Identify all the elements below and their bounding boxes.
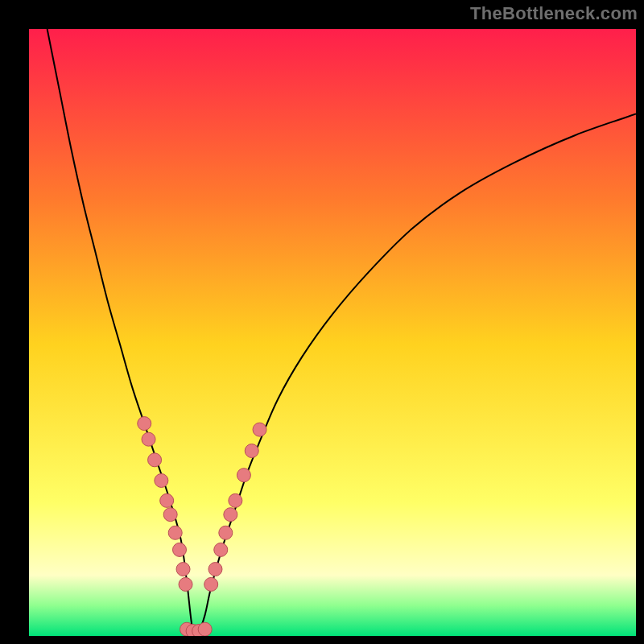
data-dot [172, 543, 186, 556]
chart-frame: TheBottleneck.com [0, 0, 644, 644]
data-dot [138, 417, 151, 431]
data-dot [168, 526, 182, 539]
data-dot [224, 508, 237, 522]
data-dot [176, 563, 190, 576]
data-dot [214, 543, 228, 556]
data-dot [148, 453, 162, 467]
data-dot [219, 526, 233, 539]
data-dot [253, 423, 266, 436]
data-dot [163, 508, 177, 522]
data-dot [237, 469, 250, 482]
plot-area [29, 29, 636, 636]
bottleneck-chart [29, 29, 636, 636]
data-dot [179, 577, 192, 591]
data-dot [229, 493, 242, 507]
gradient-background [29, 29, 636, 636]
data-dot [160, 493, 174, 507]
watermark-label: TheBottleneck.com [470, 3, 638, 24]
data-dot [155, 473, 168, 487]
data-dot [204, 577, 218, 591]
data-dot [142, 432, 155, 446]
data-dot [198, 622, 212, 636]
data-dot [208, 563, 222, 576]
data-dot [245, 444, 258, 458]
